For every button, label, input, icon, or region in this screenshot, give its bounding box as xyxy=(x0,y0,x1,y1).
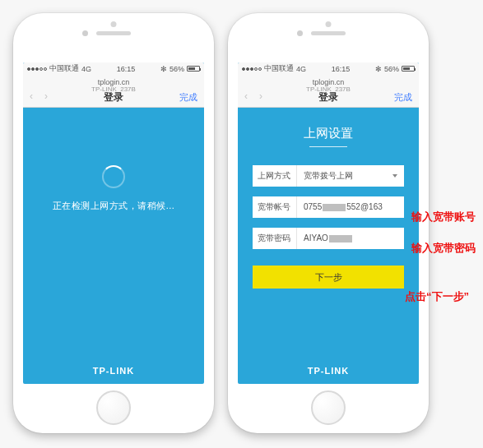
settings-heading: 上网设置 xyxy=(238,126,419,141)
screen-left: 中国联通 4G 16:15 ✻ 56% ‹ › tplogin.cn TP-LI… xyxy=(23,62,204,384)
mode-label: 上网方式 xyxy=(253,165,297,187)
signal-dots-icon xyxy=(27,67,47,71)
mode-value: 宽带拨号上网 xyxy=(297,165,404,187)
battery-percent: 56% xyxy=(170,65,184,73)
screen-right: 中国联通 4G 16:15 ✻ 56% ‹ › tplogin.cn TP-LI… xyxy=(238,62,419,384)
broadband-password-input[interactable]: 宽带密码 AIYAO xyxy=(253,228,404,249)
heading-underline xyxy=(309,146,347,147)
page-title: 登录 xyxy=(23,90,204,104)
brand-logo: TP-LINK xyxy=(23,366,204,376)
network-label: 4G xyxy=(296,65,306,73)
password-label: 宽带密码 xyxy=(253,228,297,249)
annotation-next: 点击“下一步” xyxy=(405,289,469,304)
done-button[interactable]: 完成 xyxy=(179,91,197,104)
carrier-label: 中国联通 xyxy=(264,63,294,74)
browser-nav: ‹ › tplogin.cn TP-LINK_237B 登录 完成 xyxy=(23,75,204,108)
loading-indicator-icon: ✻ xyxy=(160,65,167,73)
battery-icon xyxy=(187,66,200,72)
password-value: AIYAO xyxy=(297,228,404,249)
clock: 16:15 xyxy=(117,65,136,73)
broadband-account-input[interactable]: 宽带帐号 0755552@163 xyxy=(253,196,404,218)
clock: 16:15 xyxy=(332,65,351,73)
masked-segment xyxy=(329,235,352,242)
battery-icon xyxy=(402,66,415,72)
status-bar: 中国联通 4G 16:15 ✻ 56% xyxy=(23,62,204,75)
loading-indicator-icon: ✻ xyxy=(375,65,382,73)
connection-mode-select[interactable]: 上网方式 宽带拨号上网 xyxy=(253,165,404,187)
dropdown-caret-icon xyxy=(392,174,397,178)
annotation-password: 输入宽带密码 xyxy=(411,241,476,256)
status-bar: 中国联通 4G 16:15 ✻ 56% xyxy=(238,62,419,75)
phone-frame-right: 中国联通 4G 16:15 ✻ 56% ‹ › tplogin.cn TP-LI… xyxy=(228,13,429,433)
account-value: 0755552@163 xyxy=(297,196,404,218)
done-button[interactable]: 完成 xyxy=(394,91,412,104)
home-button[interactable] xyxy=(96,390,131,425)
brand-logo: TP-LINK xyxy=(238,366,419,376)
masked-segment xyxy=(323,204,346,211)
network-label: 4G xyxy=(81,65,91,73)
spinner-icon xyxy=(102,165,125,188)
page-title: 登录 xyxy=(238,90,419,104)
browser-nav: ‹ › tplogin.cn TP-LINK_237B 登录 完成 xyxy=(238,75,419,108)
signal-dots-icon xyxy=(242,67,262,71)
battery-percent: 56% xyxy=(384,65,399,73)
annotation-account: 输入宽带账号 xyxy=(411,210,476,224)
loading-text: 正在检测上网方式，请稍候... xyxy=(23,200,204,212)
carrier-label: 中国联通 xyxy=(49,63,79,74)
phone-frame-left: 中国联通 4G 16:15 ✻ 56% ‹ › tplogin.cn TP-LI… xyxy=(13,13,214,433)
account-label: 宽带帐号 xyxy=(253,196,297,218)
home-button[interactable] xyxy=(311,390,346,425)
next-button[interactable]: 下一步 xyxy=(253,266,404,289)
